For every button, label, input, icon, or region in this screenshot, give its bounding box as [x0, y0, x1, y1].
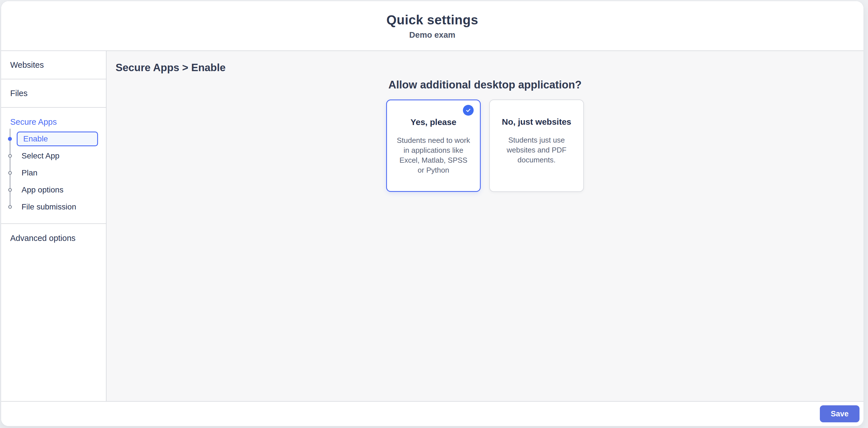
option-card-no[interactable]: No, just websites Students just use webs…	[489, 99, 584, 192]
step-file-submission[interactable]: File submission	[1, 198, 106, 215]
step-bullet-filled	[8, 137, 12, 141]
step-enable-selected-pill: Enable	[17, 131, 98, 146]
save-button[interactable]: Save	[820, 405, 860, 422]
exam-name: Demo exam	[409, 30, 456, 40]
sidebar-section-secure-apps: Secure Apps Enable Select App Plan	[1, 108, 106, 224]
sidebar-item-advanced-options[interactable]: Advanced options	[1, 224, 106, 252]
quick-settings-dialog: Quick settings Demo exam Websites Files …	[1, 1, 864, 426]
settings-sidebar: Websites Files Secure Apps Enable Select…	[1, 51, 106, 401]
step-label: Select App	[22, 151, 60, 160]
question-content: Allow additional desktop application? Ye…	[383, 79, 587, 192]
step-bullet-hollow	[8, 154, 12, 158]
sidebar-item-files[interactable]: Files	[1, 79, 106, 108]
sidebar-item-label: Files	[10, 89, 28, 98]
step-bullet-hollow	[8, 205, 12, 209]
dialog-footer: Save	[1, 401, 864, 426]
option-title: Yes, please	[387, 117, 480, 127]
step-enable[interactable]: Enable	[1, 130, 106, 147]
dialog-body: Websites Files Secure Apps Enable Select…	[1, 51, 864, 401]
sidebar-item-websites[interactable]: Websites	[1, 51, 106, 79]
question-heading: Allow additional desktop application?	[383, 79, 587, 91]
step-label: Plan	[22, 169, 37, 178]
option-description: Students need to work in applications li…	[387, 135, 480, 175]
step-bullet-hollow	[8, 171, 12, 175]
sidebar-item-label: Websites	[10, 60, 44, 70]
option-cards: Yes, please Students need to work in app…	[383, 99, 587, 192]
option-description: Students just use websites and PDF docum…	[490, 135, 583, 165]
option-title: No, just websites	[490, 117, 583, 127]
sidebar-item-secure-apps[interactable]: Secure Apps	[1, 115, 106, 129]
main-panel: Secure Apps > Enable Allow additional de…	[106, 51, 864, 401]
step-select-app[interactable]: Select App	[1, 147, 106, 164]
step-plan[interactable]: Plan	[1, 164, 106, 181]
step-label: App options	[22, 185, 63, 194]
selected-check-icon	[463, 105, 474, 116]
step-app-options[interactable]: App options	[1, 181, 106, 198]
step-bullet-hollow	[8, 188, 12, 192]
sidebar-item-label: Advanced options	[10, 234, 75, 243]
step-label: File submission	[22, 203, 76, 211]
page-title: Quick settings	[386, 12, 478, 28]
breadcrumb: Secure Apps > Enable	[116, 62, 225, 74]
dialog-header: Quick settings Demo exam	[1, 1, 864, 51]
secure-apps-steps: Enable Select App Plan App options	[1, 130, 106, 215]
option-card-yes[interactable]: Yes, please Students need to work in app…	[386, 99, 481, 192]
